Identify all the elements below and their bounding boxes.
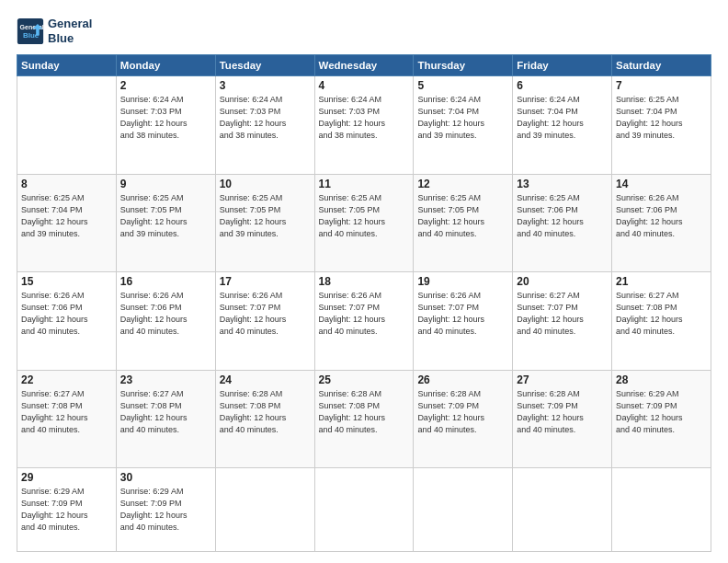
calendar-cell: 18 Sunrise: 6:26 AMSunset: 7:07 PMDaylig… xyxy=(314,272,414,370)
calendar-cell: 21 Sunrise: 6:27 AMSunset: 7:08 PMDaylig… xyxy=(612,272,711,370)
calendar-cell: 20 Sunrise: 6:27 AMSunset: 7:07 PMDaylig… xyxy=(513,272,612,370)
logo-text: General Blue xyxy=(48,17,92,45)
calendar-cell: 5 Sunrise: 6:24 AMSunset: 7:04 PMDayligh… xyxy=(414,76,513,174)
day-number: 21 xyxy=(616,275,707,288)
day-info: Sunrise: 6:24 AMSunset: 7:03 PMDaylight:… xyxy=(319,95,386,140)
day-number: 14 xyxy=(616,178,707,190)
calendar-cell: 6 Sunrise: 6:24 AMSunset: 7:04 PMDayligh… xyxy=(513,76,612,174)
calendar-cell: 4 Sunrise: 6:24 AMSunset: 7:03 PMDayligh… xyxy=(314,76,414,174)
day-info: Sunrise: 6:24 AMSunset: 7:04 PMDaylight:… xyxy=(417,95,484,140)
day-info: Sunrise: 6:28 AMSunset: 7:08 PMDaylight:… xyxy=(319,389,386,434)
weekday-header-saturday: Saturday xyxy=(612,55,711,76)
day-info: Sunrise: 6:26 AMSunset: 7:07 PMDaylight:… xyxy=(417,291,484,336)
calendar-cell: 29 Sunrise: 6:29 AMSunset: 7:09 PMDaylig… xyxy=(17,468,117,552)
day-number: 2 xyxy=(120,79,211,92)
logo: General Blue General Blue xyxy=(17,17,92,45)
day-number: 16 xyxy=(120,275,211,288)
day-info: Sunrise: 6:24 AMSunset: 7:03 PMDaylight:… xyxy=(120,95,188,140)
day-info: Sunrise: 6:28 AMSunset: 7:09 PMDaylight:… xyxy=(517,389,584,434)
calendar-table: SundayMondayTuesdayWednesdayThursdayFrid… xyxy=(17,54,711,552)
calendar-cell: 9 Sunrise: 6:25 AMSunset: 7:05 PMDayligh… xyxy=(116,174,215,271)
calendar-cell: 11 Sunrise: 6:25 AMSunset: 7:05 PMDaylig… xyxy=(314,174,414,271)
day-number: 9 xyxy=(120,178,211,190)
calendar-cell xyxy=(513,468,612,552)
calendar-cell: 15 Sunrise: 6:26 AMSunset: 7:06 PMDaylig… xyxy=(17,272,117,370)
day-number: 7 xyxy=(616,79,707,92)
calendar-cell: 12 Sunrise: 6:25 AMSunset: 7:05 PMDaylig… xyxy=(414,174,513,271)
calendar-cell: 2 Sunrise: 6:24 AMSunset: 7:03 PMDayligh… xyxy=(116,76,215,174)
calendar-cell: 17 Sunrise: 6:26 AMSunset: 7:07 PMDaylig… xyxy=(215,272,314,370)
day-number: 24 xyxy=(220,373,311,386)
day-info: Sunrise: 6:27 AMSunset: 7:08 PMDaylight:… xyxy=(120,389,188,434)
day-info: Sunrise: 6:25 AMSunset: 7:05 PMDaylight:… xyxy=(120,193,188,238)
calendar-week-1: 2 Sunrise: 6:24 AMSunset: 7:03 PMDayligh… xyxy=(17,76,711,174)
day-info: Sunrise: 6:29 AMSunset: 7:09 PMDaylight:… xyxy=(120,487,188,532)
day-number: 15 xyxy=(21,275,112,288)
day-number: 19 xyxy=(417,275,508,288)
calendar-cell: 13 Sunrise: 6:25 AMSunset: 7:06 PMDaylig… xyxy=(513,174,612,271)
day-number: 29 xyxy=(21,471,112,484)
weekday-header-tuesday: Tuesday xyxy=(215,55,314,76)
day-number: 30 xyxy=(120,471,211,484)
day-number: 6 xyxy=(517,79,608,92)
calendar-cell: 30 Sunrise: 6:29 AMSunset: 7:09 PMDaylig… xyxy=(116,468,215,552)
calendar-cell: 16 Sunrise: 6:26 AMSunset: 7:06 PMDaylig… xyxy=(116,272,215,370)
day-number: 25 xyxy=(319,373,410,386)
day-info: Sunrise: 6:26 AMSunset: 7:06 PMDaylight:… xyxy=(21,291,88,336)
day-info: Sunrise: 6:28 AMSunset: 7:08 PMDaylight:… xyxy=(220,389,287,434)
day-number: 28 xyxy=(616,373,707,386)
day-number: 11 xyxy=(319,178,410,190)
day-number: 20 xyxy=(517,275,608,288)
calendar-cell: 19 Sunrise: 6:26 AMSunset: 7:07 PMDaylig… xyxy=(414,272,513,370)
calendar-week-2: 8 Sunrise: 6:25 AMSunset: 7:04 PMDayligh… xyxy=(17,174,711,271)
calendar-cell: 8 Sunrise: 6:25 AMSunset: 7:04 PMDayligh… xyxy=(17,174,117,271)
calendar-cell xyxy=(17,76,117,174)
day-number: 27 xyxy=(517,373,608,386)
calendar-cell xyxy=(414,468,513,552)
day-info: Sunrise: 6:28 AMSunset: 7:09 PMDaylight:… xyxy=(417,389,484,434)
day-info: Sunrise: 6:27 AMSunset: 7:08 PMDaylight:… xyxy=(616,291,683,336)
calendar-cell xyxy=(215,468,314,552)
logo-icon: General Blue xyxy=(17,17,44,45)
calendar-cell: 10 Sunrise: 6:25 AMSunset: 7:05 PMDaylig… xyxy=(215,174,314,271)
day-number: 22 xyxy=(21,373,112,386)
weekday-header-row: SundayMondayTuesdayWednesdayThursdayFrid… xyxy=(17,55,711,76)
day-info: Sunrise: 6:25 AMSunset: 7:05 PMDaylight:… xyxy=(220,193,287,238)
day-info: Sunrise: 6:25 AMSunset: 7:05 PMDaylight:… xyxy=(417,193,484,238)
calendar-cell: 24 Sunrise: 6:28 AMSunset: 7:08 PMDaylig… xyxy=(215,370,314,467)
day-number: 18 xyxy=(319,275,410,288)
calendar-week-4: 22 Sunrise: 6:27 AMSunset: 7:08 PMDaylig… xyxy=(17,370,711,467)
calendar-cell xyxy=(314,468,414,552)
day-number: 5 xyxy=(417,79,508,92)
day-info: Sunrise: 6:27 AMSunset: 7:08 PMDaylight:… xyxy=(21,389,88,434)
day-info: Sunrise: 6:24 AMSunset: 7:04 PMDaylight:… xyxy=(517,95,584,140)
day-info: Sunrise: 6:25 AMSunset: 7:04 PMDaylight:… xyxy=(21,193,88,238)
calendar-cell: 28 Sunrise: 6:29 AMSunset: 7:09 PMDaylig… xyxy=(612,370,711,467)
calendar-week-5: 29 Sunrise: 6:29 AMSunset: 7:09 PMDaylig… xyxy=(17,468,711,552)
day-info: Sunrise: 6:27 AMSunset: 7:07 PMDaylight:… xyxy=(517,291,584,336)
weekday-header-sunday: Sunday xyxy=(17,55,117,76)
day-number: 10 xyxy=(220,178,311,190)
day-number: 12 xyxy=(417,178,508,190)
day-info: Sunrise: 6:29 AMSunset: 7:09 PMDaylight:… xyxy=(616,389,683,434)
day-info: Sunrise: 6:26 AMSunset: 7:06 PMDaylight:… xyxy=(616,193,683,238)
calendar-cell: 25 Sunrise: 6:28 AMSunset: 7:08 PMDaylig… xyxy=(314,370,414,467)
day-info: Sunrise: 6:26 AMSunset: 7:07 PMDaylight:… xyxy=(220,291,287,336)
weekday-header-friday: Friday xyxy=(513,55,612,76)
calendar-cell: 26 Sunrise: 6:28 AMSunset: 7:09 PMDaylig… xyxy=(414,370,513,467)
day-info: Sunrise: 6:26 AMSunset: 7:06 PMDaylight:… xyxy=(120,291,188,336)
day-number: 13 xyxy=(517,178,608,190)
weekday-header-wednesday: Wednesday xyxy=(314,55,414,76)
calendar-week-3: 15 Sunrise: 6:26 AMSunset: 7:06 PMDaylig… xyxy=(17,272,711,370)
day-number: 17 xyxy=(220,275,311,288)
day-number: 8 xyxy=(21,178,112,190)
day-info: Sunrise: 6:24 AMSunset: 7:03 PMDaylight:… xyxy=(220,95,287,140)
calendar-cell: 7 Sunrise: 6:25 AMSunset: 7:04 PMDayligh… xyxy=(612,76,711,174)
day-number: 4 xyxy=(319,79,410,92)
weekday-header-monday: Monday xyxy=(116,55,215,76)
header: General Blue General Blue xyxy=(17,17,711,45)
day-info: Sunrise: 6:25 AMSunset: 7:04 PMDaylight:… xyxy=(616,95,683,140)
calendar-cell: 22 Sunrise: 6:27 AMSunset: 7:08 PMDaylig… xyxy=(17,370,117,467)
day-info: Sunrise: 6:25 AMSunset: 7:05 PMDaylight:… xyxy=(319,193,386,238)
weekday-header-thursday: Thursday xyxy=(414,55,513,76)
